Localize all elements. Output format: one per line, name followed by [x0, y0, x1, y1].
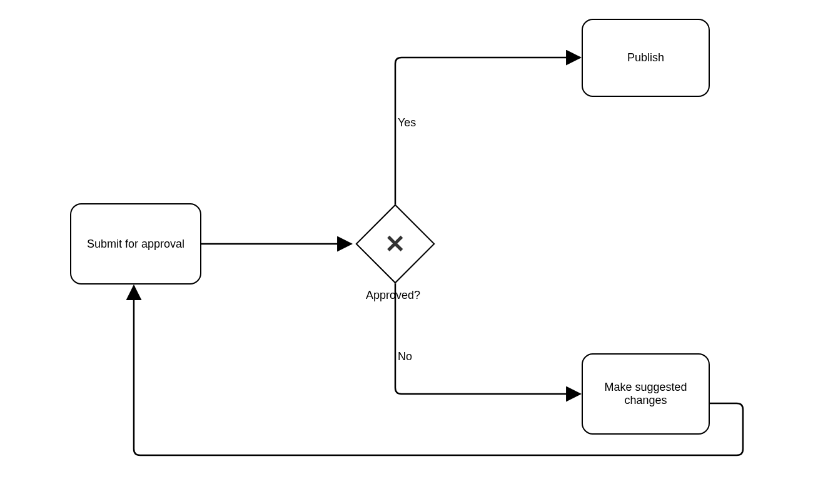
edge-yes-label: Yes	[398, 116, 416, 129]
node-decision	[355, 204, 435, 283]
edge-no-to-changes	[395, 283, 580, 394]
decision-label: Approved?	[366, 289, 420, 302]
node-publish: Publish	[582, 19, 710, 97]
edge-yes-to-publish	[395, 58, 580, 205]
flowchart-canvas: Submit for approval ✕ Approved? Yes No P…	[0, 0, 828, 504]
node-publish-label: Publish	[627, 51, 664, 64]
node-changes-label: Make suggested changes	[588, 381, 704, 407]
edge-no-label: No	[398, 350, 412, 363]
node-changes: Make suggested changes	[582, 353, 710, 435]
node-submit: Submit for approval	[70, 203, 201, 285]
node-submit-label: Submit for approval	[87, 238, 184, 251]
